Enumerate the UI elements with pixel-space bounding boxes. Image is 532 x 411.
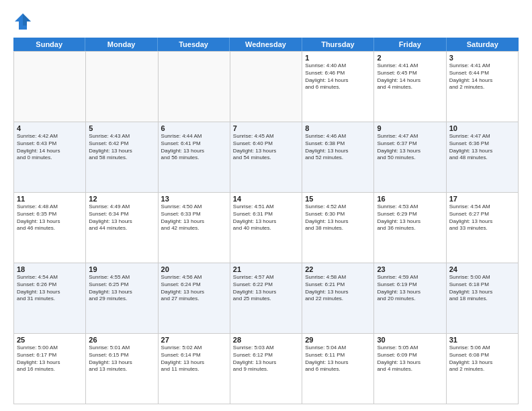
day-number: 11: [17, 195, 83, 203]
header-day-sunday: Sunday: [13, 38, 85, 51]
cell-info: Sunrise: 5:04 AM Sunset: 6:11 PM Dayligh…: [305, 345, 371, 373]
calendar-row-4: 18Sunrise: 4:54 AM Sunset: 6:26 PM Dayli…: [14, 263, 519, 334]
cell-info: Sunrise: 4:43 AM Sunset: 6:42 PM Dayligh…: [89, 133, 154, 162]
day-number: 20: [161, 265, 227, 273]
day-cell-2: 2Sunrise: 4:41 AM Sunset: 6:45 PM Daylig…: [374, 52, 446, 122]
day-cell-24: 24Sunrise: 5:00 AM Sunset: 6:18 PM Dayli…: [447, 263, 519, 334]
header: [13, 12, 519, 31]
cell-info: Sunrise: 4:59 AM Sunset: 6:19 PM Dayligh…: [377, 274, 443, 303]
day-number: 25: [17, 336, 83, 344]
cell-info: Sunrise: 4:44 AM Sunset: 6:41 PM Dayligh…: [161, 133, 227, 162]
empty-cell: [159, 52, 230, 122]
cell-info: Sunrise: 5:01 AM Sunset: 6:15 PM Dayligh…: [89, 345, 154, 373]
day-cell-15: 15Sunrise: 4:52 AM Sunset: 6:30 PM Dayli…: [302, 193, 374, 263]
day-cell-21: 21Sunrise: 4:57 AM Sunset: 6:22 PM Dayli…: [230, 263, 302, 334]
day-cell-9: 9Sunrise: 4:47 AM Sunset: 6:37 PM Daylig…: [374, 122, 446, 193]
empty-cell: [230, 52, 302, 122]
cell-info: Sunrise: 4:46 AM Sunset: 6:38 PM Dayligh…: [305, 133, 371, 162]
header-day-tuesday: Tuesday: [158, 38, 230, 51]
calendar-row-1: 1Sunrise: 4:40 AM Sunset: 6:46 PM Daylig…: [14, 52, 519, 122]
cell-info: Sunrise: 4:47 AM Sunset: 6:37 PM Dayligh…: [377, 133, 443, 162]
cell-info: Sunrise: 4:48 AM Sunset: 6:35 PM Dayligh…: [17, 203, 83, 232]
day-cell-6: 6Sunrise: 4:44 AM Sunset: 6:41 PM Daylig…: [159, 122, 230, 193]
day-number: 24: [449, 265, 515, 273]
day-cell-11: 11Sunrise: 4:48 AM Sunset: 6:35 PM Dayli…: [14, 193, 86, 263]
day-number: 2: [377, 54, 443, 62]
day-cell-7: 7Sunrise: 4:45 AM Sunset: 6:40 PM Daylig…: [230, 122, 302, 193]
calendar-header: SundayMondayTuesdayWednesdayThursdayFrid…: [13, 38, 519, 51]
cell-info: Sunrise: 5:05 AM Sunset: 6:09 PM Dayligh…: [377, 345, 443, 373]
empty-cell: [14, 52, 86, 122]
cell-info: Sunrise: 4:53 AM Sunset: 6:29 PM Dayligh…: [377, 203, 443, 232]
header-day-monday: Monday: [85, 38, 157, 51]
day-cell-8: 8Sunrise: 4:46 AM Sunset: 6:38 PM Daylig…: [302, 122, 374, 193]
calendar-body: 1Sunrise: 4:40 AM Sunset: 6:46 PM Daylig…: [13, 51, 519, 404]
cell-info: Sunrise: 5:00 AM Sunset: 6:17 PM Dayligh…: [17, 345, 83, 373]
day-cell-26: 26Sunrise: 5:01 AM Sunset: 6:15 PM Dayli…: [86, 334, 158, 404]
day-number: 15: [305, 195, 371, 203]
day-number: 26: [89, 336, 154, 344]
day-cell-10: 10Sunrise: 4:47 AM Sunset: 6:36 PM Dayli…: [447, 122, 519, 193]
header-day-saturday: Saturday: [447, 38, 519, 51]
cell-info: Sunrise: 5:02 AM Sunset: 6:14 PM Dayligh…: [161, 345, 227, 373]
cell-info: Sunrise: 4:51 AM Sunset: 6:31 PM Dayligh…: [233, 203, 299, 232]
header-day-thursday: Thursday: [302, 38, 374, 51]
cell-info: Sunrise: 4:54 AM Sunset: 6:27 PM Dayligh…: [449, 203, 515, 232]
cell-info: Sunrise: 4:47 AM Sunset: 6:36 PM Dayligh…: [449, 133, 515, 162]
cell-info: Sunrise: 5:00 AM Sunset: 6:18 PM Dayligh…: [449, 274, 515, 303]
day-cell-31: 31Sunrise: 5:06 AM Sunset: 6:08 PM Dayli…: [447, 334, 519, 404]
day-cell-17: 17Sunrise: 4:54 AM Sunset: 6:27 PM Dayli…: [447, 193, 519, 263]
day-cell-16: 16Sunrise: 4:53 AM Sunset: 6:29 PM Dayli…: [374, 193, 446, 263]
day-number: 14: [233, 195, 299, 203]
page: SundayMondayTuesdayWednesdayThursdayFrid…: [0, 0, 532, 411]
day-cell-14: 14Sunrise: 4:51 AM Sunset: 6:31 PM Dayli…: [230, 193, 302, 263]
day-number: 17: [449, 195, 515, 203]
day-cell-28: 28Sunrise: 5:03 AM Sunset: 6:12 PM Dayli…: [230, 334, 302, 404]
header-day-friday: Friday: [374, 38, 446, 51]
calendar: SundayMondayTuesdayWednesdayThursdayFrid…: [13, 38, 519, 404]
day-number: 21: [233, 265, 299, 273]
day-number: 19: [89, 265, 154, 273]
empty-cell: [86, 52, 158, 122]
day-cell-4: 4Sunrise: 4:42 AM Sunset: 6:43 PM Daylig…: [14, 122, 86, 193]
cell-info: Sunrise: 4:42 AM Sunset: 6:43 PM Dayligh…: [17, 133, 83, 162]
cell-info: Sunrise: 5:06 AM Sunset: 6:08 PM Dayligh…: [449, 345, 515, 373]
day-number: 27: [161, 336, 227, 344]
day-cell-30: 30Sunrise: 5:05 AM Sunset: 6:09 PM Dayli…: [374, 334, 446, 404]
cell-info: Sunrise: 4:41 AM Sunset: 6:45 PM Dayligh…: [377, 62, 443, 91]
day-number: 28: [233, 336, 299, 344]
cell-info: Sunrise: 4:40 AM Sunset: 6:46 PM Dayligh…: [305, 62, 371, 91]
day-number: 13: [161, 195, 227, 203]
day-number: 8: [305, 124, 371, 132]
cell-info: Sunrise: 4:45 AM Sunset: 6:40 PM Dayligh…: [233, 133, 299, 162]
cell-info: Sunrise: 4:57 AM Sunset: 6:22 PM Dayligh…: [233, 274, 299, 303]
day-cell-22: 22Sunrise: 4:58 AM Sunset: 6:21 PM Dayli…: [302, 263, 374, 334]
day-number: 5: [89, 124, 154, 132]
cell-info: Sunrise: 4:49 AM Sunset: 6:34 PM Dayligh…: [89, 203, 154, 232]
day-number: 7: [233, 124, 299, 132]
day-cell-19: 19Sunrise: 4:55 AM Sunset: 6:25 PM Dayli…: [86, 263, 158, 334]
day-number: 3: [449, 54, 515, 62]
day-cell-18: 18Sunrise: 4:54 AM Sunset: 6:26 PM Dayli…: [14, 263, 86, 334]
cell-info: Sunrise: 4:58 AM Sunset: 6:21 PM Dayligh…: [305, 274, 371, 303]
calendar-row-3: 11Sunrise: 4:48 AM Sunset: 6:35 PM Dayli…: [14, 193, 519, 263]
day-number: 31: [449, 336, 515, 344]
svg-marker-1: [23, 13, 31, 26]
day-cell-25: 25Sunrise: 5:00 AM Sunset: 6:17 PM Dayli…: [14, 334, 86, 404]
cell-info: Sunrise: 5:03 AM Sunset: 6:12 PM Dayligh…: [233, 345, 299, 373]
day-number: 10: [449, 124, 515, 132]
day-cell-29: 29Sunrise: 5:04 AM Sunset: 6:11 PM Dayli…: [302, 334, 374, 404]
day-number: 9: [377, 124, 443, 132]
day-cell-20: 20Sunrise: 4:56 AM Sunset: 6:24 PM Dayli…: [159, 263, 230, 334]
day-cell-3: 3Sunrise: 4:41 AM Sunset: 6:44 PM Daylig…: [447, 52, 519, 122]
day-cell-12: 12Sunrise: 4:49 AM Sunset: 6:34 PM Dayli…: [86, 193, 158, 263]
day-cell-13: 13Sunrise: 4:50 AM Sunset: 6:33 PM Dayli…: [159, 193, 230, 263]
day-number: 12: [89, 195, 154, 203]
cell-info: Sunrise: 4:55 AM Sunset: 6:25 PM Dayligh…: [89, 274, 154, 303]
cell-info: Sunrise: 4:56 AM Sunset: 6:24 PM Dayligh…: [161, 274, 227, 303]
day-cell-5: 5Sunrise: 4:43 AM Sunset: 6:42 PM Daylig…: [86, 122, 158, 193]
day-number: 30: [377, 336, 443, 344]
day-cell-23: 23Sunrise: 4:59 AM Sunset: 6:19 PM Dayli…: [374, 263, 446, 334]
calendar-row-2: 4Sunrise: 4:42 AM Sunset: 6:43 PM Daylig…: [14, 122, 519, 193]
day-number: 4: [17, 124, 83, 132]
